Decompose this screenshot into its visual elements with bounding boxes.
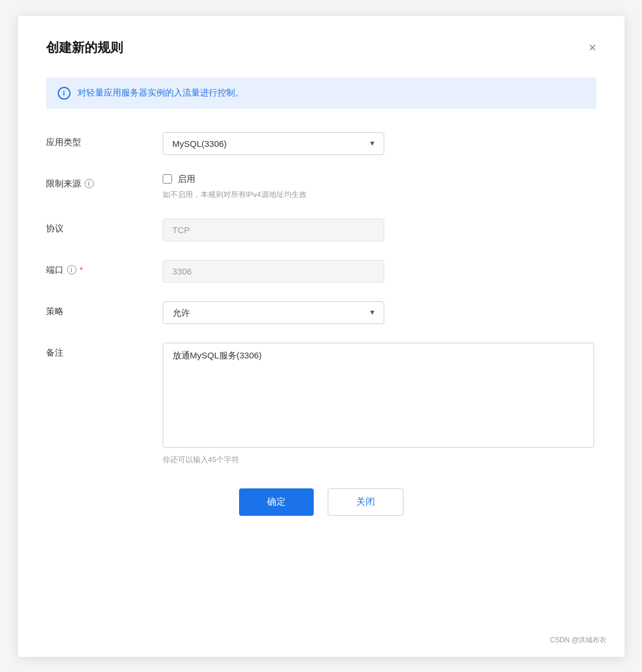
info-banner: i 对轻量应用服务器实例的入流量进行控制。 bbox=[46, 78, 597, 109]
app-type-select[interactable]: MySQL(3306) HTTP(80) HTTPS(443) SSH(22) … bbox=[163, 132, 384, 155]
watermark: CSDN @洪城布衣 bbox=[550, 635, 607, 645]
limit-source-control: 启用 如不启用，本规则对所有IPv4源地址均生效 bbox=[163, 174, 597, 200]
port-label: 端口 i * bbox=[46, 260, 163, 276]
dialog-title: 创建新的规则 bbox=[46, 39, 123, 57]
port-row: 端口 i * bbox=[46, 260, 597, 283]
close-icon[interactable]: × bbox=[589, 41, 597, 54]
protocol-input bbox=[163, 219, 384, 241]
info-banner-text: 对轻量应用服务器实例的入流量进行控制。 bbox=[78, 87, 244, 98]
limit-source-info-icon[interactable]: i bbox=[85, 179, 94, 188]
port-required-star: * bbox=[80, 265, 83, 275]
port-input bbox=[163, 260, 384, 283]
notes-control: 放通MySQL服务(3306) 你还可以输入45个字符 bbox=[163, 343, 597, 465]
app-type-row: 应用类型 MySQL(3306) HTTP(80) HTTPS(443) SSH… bbox=[46, 132, 597, 155]
confirm-button[interactable]: 确定 bbox=[239, 488, 314, 516]
limit-source-hint: 如不启用，本规则对所有IPv4源地址均生效 bbox=[163, 189, 597, 200]
notes-label: 备注 bbox=[46, 343, 163, 358]
strategy-select[interactable]: 允许 拒绝 bbox=[163, 301, 384, 324]
strategy-control: 允许 拒绝 ▼ bbox=[163, 301, 597, 324]
app-type-control: MySQL(3306) HTTP(80) HTTPS(443) SSH(22) … bbox=[163, 132, 597, 155]
strategy-select-wrapper: 允许 拒绝 ▼ bbox=[163, 301, 384, 324]
close-button[interactable]: 关闭 bbox=[328, 488, 404, 516]
protocol-control bbox=[163, 219, 597, 241]
notes-row: 备注 放通MySQL服务(3306) 你还可以输入45个字符 bbox=[46, 343, 597, 465]
app-type-select-wrapper: MySQL(3306) HTTP(80) HTTPS(443) SSH(22) … bbox=[163, 132, 384, 155]
app-type-label: 应用类型 bbox=[46, 132, 163, 148]
limit-source-label: 限制来源 i bbox=[46, 174, 163, 189]
dialog-header: 创建新的规则 × bbox=[46, 39, 597, 57]
port-info-icon[interactable]: i bbox=[67, 265, 76, 275]
limit-source-checkbox-label: 启用 bbox=[178, 174, 195, 185]
protocol-label: 协议 bbox=[46, 219, 163, 234]
notes-textarea[interactable]: 放通MySQL服务(3306) bbox=[163, 343, 594, 448]
dialog-footer: 确定 关闭 bbox=[46, 488, 597, 516]
limit-source-checkbox[interactable] bbox=[163, 174, 172, 184]
limit-source-checkbox-row: 启用 bbox=[163, 174, 597, 185]
char-hint: 你还可以输入45个字符 bbox=[163, 455, 597, 465]
protocol-row: 协议 bbox=[46, 219, 597, 241]
limit-source-row: 限制来源 i 启用 如不启用，本规则对所有IPv4源地址均生效 bbox=[46, 174, 597, 200]
strategy-row: 策略 允许 拒绝 ▼ bbox=[46, 301, 597, 324]
strategy-label: 策略 bbox=[46, 301, 163, 317]
create-rule-dialog: 创建新的规则 × i 对轻量应用服务器实例的入流量进行控制。 应用类型 MySQ… bbox=[18, 16, 625, 657]
port-control bbox=[163, 260, 597, 283]
info-circle-icon: i bbox=[58, 87, 71, 100]
